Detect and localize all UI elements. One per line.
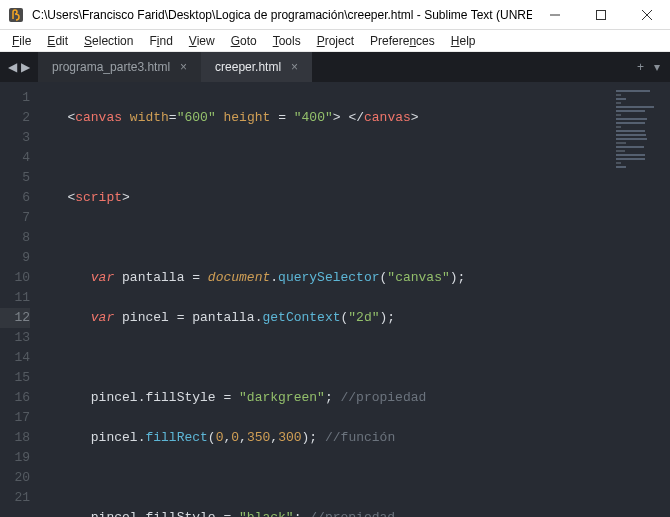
menu-file[interactable]: File	[4, 32, 39, 50]
line-number: 17	[0, 408, 30, 428]
line-number: 7	[0, 208, 30, 228]
line-number: 3	[0, 128, 30, 148]
editor-area[interactable]: 123456789101112131415161718192021 <canva…	[0, 82, 670, 517]
line-number: 1	[0, 88, 30, 108]
tab-close-icon[interactable]: ×	[180, 60, 187, 74]
menu-preferences[interactable]: Preferences	[362, 32, 443, 50]
nav-forward-icon[interactable]: ▶	[21, 60, 30, 74]
tab-close-icon[interactable]: ×	[291, 60, 298, 74]
menu-find[interactable]: Find	[141, 32, 180, 50]
minimap[interactable]	[610, 82, 670, 517]
tab-overflow-icon[interactable]: ▾	[654, 60, 660, 74]
menu-selection[interactable]: Selection	[76, 32, 141, 50]
svg-line-4	[642, 10, 652, 20]
line-number: 2	[0, 108, 30, 128]
line-number: 4	[0, 148, 30, 168]
menu-edit[interactable]: Edit	[39, 32, 76, 50]
line-number: 6	[0, 188, 30, 208]
line-number: 8	[0, 228, 30, 248]
close-button[interactable]	[624, 0, 670, 30]
line-number: 18	[0, 428, 30, 448]
line-number: 5	[0, 168, 30, 188]
tab-programa-parte3[interactable]: programa_parte3.html ×	[38, 52, 201, 82]
menu-help[interactable]: Help	[443, 32, 484, 50]
line-number: 11	[0, 288, 30, 308]
line-number: 14	[0, 348, 30, 368]
maximize-button[interactable]	[578, 0, 624, 30]
nav-back-icon[interactable]: ◀	[8, 60, 17, 74]
code-content[interactable]: <canvas width="600" height = "400"> </ca…	[40, 82, 610, 517]
menubar: File Edit Selection Find View Goto Tools…	[0, 30, 670, 52]
line-number: 16	[0, 388, 30, 408]
minimize-button[interactable]	[532, 0, 578, 30]
tab-label: creeper.html	[215, 60, 281, 74]
line-number: 20	[0, 468, 30, 488]
line-gutter: 123456789101112131415161718192021	[0, 82, 40, 517]
app-icon	[6, 5, 26, 25]
window-title: C:\Users\Francisco Farid\Desktop\Logica …	[32, 8, 532, 22]
titlebar: C:\Users\Francisco Farid\Desktop\Logica …	[0, 0, 670, 30]
line-number: 9	[0, 248, 30, 268]
svg-rect-2	[597, 10, 606, 19]
line-number: 13	[0, 328, 30, 348]
menu-goto[interactable]: Goto	[223, 32, 265, 50]
line-number: 21	[0, 488, 30, 508]
line-number: 10	[0, 268, 30, 288]
tab-creeper[interactable]: creeper.html ×	[201, 52, 312, 82]
tab-label: programa_parte3.html	[52, 60, 170, 74]
new-tab-icon[interactable]: +	[637, 60, 644, 74]
menu-view[interactable]: View	[181, 32, 223, 50]
svg-line-3	[642, 10, 652, 20]
line-number: 15	[0, 368, 30, 388]
line-number: 12	[0, 308, 30, 328]
tab-bar: ◀ ▶ programa_parte3.html × creeper.html …	[0, 52, 670, 82]
menu-project[interactable]: Project	[309, 32, 362, 50]
menu-tools[interactable]: Tools	[265, 32, 309, 50]
line-number: 19	[0, 448, 30, 468]
